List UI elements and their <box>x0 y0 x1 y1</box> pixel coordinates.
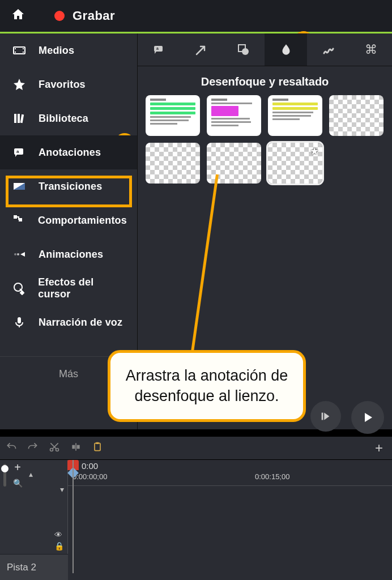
thumb-blur-1[interactable] <box>329 95 384 136</box>
sidebar-item-label: Comportamientos <box>38 215 127 227</box>
svg-rect-28 <box>96 442 99 443</box>
tool-keystroke[interactable]: ⌘ <box>350 33 392 66</box>
sidebar-item-label: Animaciones <box>39 249 103 261</box>
behaviors-icon <box>10 214 28 227</box>
paste-icon[interactable] <box>92 441 103 455</box>
svg-rect-0 <box>14 47 25 54</box>
top-bar: Grabar <box>0 0 392 33</box>
playhead-time: 0:00 <box>82 461 98 471</box>
film-icon <box>10 44 28 57</box>
command-icon: ⌘ <box>365 42 377 57</box>
sidebar-item-label: Narración de voz <box>39 317 122 329</box>
tool-callout[interactable]: a <box>138 33 180 66</box>
playhead[interactable]: 0:00 <box>68 460 78 580</box>
timeline-toolbar: + <box>0 436 392 460</box>
redo-icon[interactable] <box>27 441 39 455</box>
tool-shape[interactable] <box>223 33 265 66</box>
svg-rect-5 <box>14 114 16 123</box>
play-button[interactable] <box>351 401 384 434</box>
thumb-highlight-yellow[interactable] <box>268 95 322 136</box>
thumb-highlight-magenta[interactable] <box>207 95 261 136</box>
instruction-callout: Arrastra la anotación de desenfoque al l… <box>108 350 306 422</box>
sidebar-item-transitions[interactable]: Transiciones <box>0 169 137 203</box>
svg-rect-11 <box>14 215 17 219</box>
books-icon <box>10 112 28 125</box>
svg-rect-21 <box>322 413 323 420</box>
favorite-star-icon[interactable]: ★ <box>310 145 319 157</box>
svg-rect-27 <box>95 443 100 450</box>
split-icon[interactable] <box>70 441 82 455</box>
svg-rect-24 <box>72 445 75 449</box>
record-dot-icon[interactable] <box>54 11 65 21</box>
thumbnail-grid: ★ <box>138 95 392 184</box>
undo-icon[interactable] <box>6 441 17 455</box>
sidebar-item-voice-narration[interactable]: Narración de voz <box>0 305 137 339</box>
svg-point-13 <box>14 253 16 255</box>
svg-rect-26 <box>75 443 76 450</box>
annotation-tool-row: a ⌘ <box>138 33 392 66</box>
tool-blur[interactable] <box>265 33 307 66</box>
sidebar-item-media[interactable]: Medios <box>0 33 137 67</box>
sidebar-item-label: Biblioteca <box>39 113 88 125</box>
thumb-blur-2[interactable] <box>146 143 200 184</box>
record-label[interactable]: Grabar <box>73 8 115 23</box>
cursor-icon <box>10 282 28 295</box>
svg-point-14 <box>17 253 19 255</box>
timeline: + 🔍 ▴ ▾ 👁 🔒 Pista 2 0:00:00;00 0:00:15;0… <box>0 460 392 580</box>
star-icon <box>10 78 28 91</box>
svg-rect-25 <box>77 445 80 449</box>
step-forward-button[interactable] <box>310 401 341 432</box>
playback-controls <box>310 401 384 434</box>
sidebar-item-behaviors[interactable]: Comportamientos <box>0 203 137 237</box>
panel-title: Desenfoque y resaltado <box>138 66 392 95</box>
cut-icon[interactable] <box>49 441 60 455</box>
mic-icon <box>10 315 28 329</box>
sidebar-item-animations[interactable]: Animaciones <box>0 237 137 271</box>
callout-text: Arrastra la anotación de desenfoque al l… <box>126 367 288 404</box>
sidebar-item-library[interactable]: Biblioteca <box>0 101 137 135</box>
sidebar-item-label: Transiciones <box>39 181 102 193</box>
sidebar-item-favorites[interactable]: Favoritos <box>0 67 137 101</box>
svg-rect-2 <box>15 52 16 53</box>
svg-rect-7 <box>20 114 24 123</box>
svg-rect-16 <box>18 317 21 323</box>
tool-sketch[interactable] <box>307 33 350 66</box>
svg-rect-6 <box>18 114 20 123</box>
sidebar-item-label: Anotaciones <box>39 147 101 159</box>
track-visibility-icon[interactable]: 👁 <box>54 530 62 539</box>
svg-point-20 <box>242 48 249 55</box>
sidebar-item-label: Medios <box>39 45 74 57</box>
annotation-icon: a <box>10 146 28 159</box>
transition-icon <box>10 180 28 193</box>
svg-text:a: a <box>16 149 19 154</box>
track-lock-icon[interactable]: 🔒 <box>54 541 64 551</box>
sidebar-item-annotations[interactable]: a Anotaciones <box>0 135 137 169</box>
add-track-button[interactable]: + <box>375 440 383 456</box>
sidebar-item-label: Favoritos <box>39 79 86 91</box>
svg-rect-1 <box>15 48 16 49</box>
sidebar-item-cursor-effects[interactable]: Efectos del cursor <box>0 271 137 305</box>
sidebar-item-label: Efectos del cursor <box>38 276 127 300</box>
track-label[interactable]: Pista 2 <box>0 554 68 580</box>
thumb-highlight-green[interactable] <box>146 95 200 136</box>
svg-rect-4 <box>23 52 24 53</box>
svg-text:a: a <box>156 46 159 50</box>
zoom-out-icon[interactable]: 🔍 <box>11 476 24 490</box>
zoom-in-icon[interactable]: + <box>11 460 24 474</box>
timeline-ruler[interactable]: 0:00:00;00 0:00:15;00 <box>68 460 392 486</box>
thumb-blur-4[interactable]: ★ <box>268 143 322 184</box>
animation-icon <box>10 248 28 261</box>
home-icon[interactable] <box>11 7 25 25</box>
chevron-up-icon[interactable]: ▴ <box>29 470 33 479</box>
svg-rect-3 <box>23 48 24 49</box>
timeline-tracks-area[interactable]: 0:00:00;00 0:00:15;00 0:00 <box>68 460 392 580</box>
ruler-tick: 0:00:15;00 <box>255 472 289 481</box>
tool-arrow[interactable] <box>180 33 223 66</box>
